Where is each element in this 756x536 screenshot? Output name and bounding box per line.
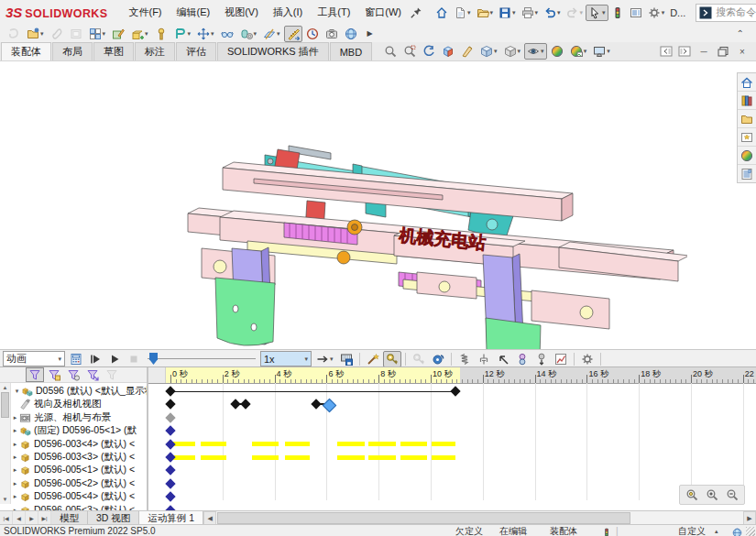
insert-component[interactable]: ▾	[128, 26, 151, 42]
zoom-to-fit[interactable]	[381, 43, 400, 60]
zoom-timeline-in[interactable]	[703, 487, 721, 503]
autokey[interactable]	[383, 351, 401, 367]
timeline-position-slider[interactable]	[148, 352, 256, 366]
zoom-to-area[interactable]	[400, 43, 419, 60]
rebuild-button[interactable]	[608, 5, 627, 21]
scroll-right-icon[interactable]: ▶	[743, 511, 756, 525]
add-update-key[interactable]	[410, 351, 428, 367]
chevron-down-icon[interactable]: ▾	[557, 9, 561, 16]
scroll-up-icon[interactable]: ▲	[0, 383, 10, 392]
playback-mode[interactable]: ▾	[313, 351, 336, 367]
change-bar[interactable]	[432, 455, 455, 460]
play[interactable]	[105, 351, 124, 367]
results-and-plots[interactable]	[552, 351, 570, 367]
chevron-down-icon[interactable]: ▾	[494, 48, 498, 55]
motion-tree-row[interactable]: 视向及相机视图	[11, 398, 147, 410]
take-snapshot[interactable]	[323, 26, 341, 42]
move-component[interactable]: ▾	[194, 26, 217, 42]
show-hidden-components[interactable]	[218, 26, 236, 42]
next-tab-icon[interactable]: ▶	[26, 511, 38, 525]
chevron-down-icon[interactable]: ▾	[467, 9, 471, 16]
contact[interactable]	[513, 351, 531, 367]
key-point[interactable]	[165, 439, 175, 449]
chevron-down-icon[interactable]: ▾	[490, 9, 494, 16]
chevron-down-icon[interactable]: ▾	[512, 9, 516, 16]
change-bar[interactable]	[285, 442, 310, 446]
home-button[interactable]	[433, 5, 451, 21]
key-point[interactable]	[311, 399, 321, 410]
preview-window[interactable]	[67, 26, 85, 42]
view-palette[interactable]	[738, 128, 756, 147]
menu-item[interactable]: 文件(F)	[121, 3, 169, 22]
expander-icon[interactable]: ▾	[13, 388, 21, 395]
slider-thumb[interactable]	[149, 353, 158, 365]
filter-none[interactable]	[26, 367, 44, 382]
doc-tab-运动算例 1[interactable]: 运动算例 1	[139, 511, 203, 525]
prev-tab-icon[interactable]: ◀	[13, 511, 26, 525]
key-point[interactable]	[165, 478, 175, 488]
key-point[interactable]	[165, 465, 175, 476]
pin-icon[interactable]	[410, 6, 422, 19]
chevron-down-icon[interactable]: ▾	[607, 48, 610, 55]
spring[interactable]	[455, 351, 474, 367]
calculate[interactable]	[67, 351, 85, 367]
key-point[interactable]	[230, 399, 240, 410]
hide-show-items[interactable]: ▾	[524, 43, 547, 60]
open-recent[interactable]: ▾	[24, 26, 47, 42]
change-bar[interactable]	[201, 442, 226, 446]
menu-item[interactable]: 插入(I)	[266, 3, 310, 22]
new-motion-study[interactable]	[303, 26, 322, 42]
motion-tree-row[interactable]: ▸(固定) D0596-05<1> (默	[11, 424, 147, 437]
appearances-scenes[interactable]	[738, 147, 756, 165]
animation-wizard[interactable]	[364, 351, 382, 367]
select-button[interactable]: ▾	[586, 5, 608, 21]
key-point[interactable]	[241, 399, 251, 410]
expander-icon[interactable]: ▸	[11, 427, 19, 434]
force[interactable]	[494, 351, 512, 367]
change-bar[interactable]	[285, 455, 310, 460]
graphics-viewport[interactable]: 机械充电站	[0, 60, 756, 350]
view-settings[interactable]: ▾	[590, 43, 613, 60]
motion-tree-row[interactable]: ▸光源、相机与布景	[11, 411, 147, 424]
save-button[interactable]: ▾	[496, 5, 519, 21]
options-button[interactable]: ▾	[645, 5, 668, 21]
zoom-timeline-fit[interactable]	[683, 487, 701, 503]
scroll-down-icon[interactable]: ▼	[0, 495, 10, 504]
file-explorer[interactable]	[738, 110, 756, 128]
key-point[interactable]	[165, 386, 175, 396]
chevron-down-icon[interactable]: ▾	[662, 9, 665, 16]
change-bar[interactable]	[337, 455, 365, 460]
menu-item[interactable]: 视图(V)	[217, 3, 266, 22]
change-bar[interactable]	[252, 442, 278, 446]
key-point[interactable]	[450, 386, 460, 396]
collapsed-commands[interactable]: D...	[670, 7, 685, 18]
tab-标注[interactable]: 标注	[135, 42, 175, 60]
tab-布局[interactable]: 布局	[52, 42, 93, 60]
restore-document[interactable]	[714, 43, 732, 60]
chevron-down-icon[interactable]: ▾	[580, 9, 584, 16]
scroll-left-icon[interactable]: ◀	[203, 511, 216, 525]
motion-tree-row[interactable]: ▸D0596-003<3> (默认) <	[11, 451, 147, 464]
key-point[interactable]	[165, 399, 175, 410]
mate[interactable]: ▾	[171, 26, 194, 42]
motion-tree-row[interactable]: ▸D0596-005<4> (默认) <	[11, 490, 147, 503]
motion-tree-row[interactable]: ▸D0596-003<4> (默认) <	[11, 438, 147, 451]
change-bar[interactable]	[432, 442, 455, 446]
change-bar[interactable]	[337, 442, 365, 446]
timeline-pane[interactable]: 0 秒2 秒4 秒6 秒8 秒10 秒12 秒14 秒16 秒18 秒20 秒2…	[148, 367, 756, 511]
reference-geometry[interactable]: ▾	[260, 26, 283, 42]
close-document[interactable]: ×	[732, 45, 752, 59]
menu-item[interactable]: 编辑(E)	[170, 3, 218, 22]
new-document-button[interactable]: ▾	[451, 5, 474, 21]
redo-button[interactable]: ▾	[564, 5, 586, 21]
change-bar[interactable]	[368, 455, 396, 460]
motion-tree-row[interactable]: ▸D0596-005<1> (默认) <	[11, 464, 147, 476]
tab-评估[interactable]: 评估	[176, 42, 216, 60]
edit-appearance[interactable]	[548, 43, 566, 60]
key-point[interactable]	[165, 452, 175, 462]
design-binder[interactable]	[5, 26, 23, 42]
instant3d[interactable]	[284, 26, 302, 42]
filter-driving[interactable]	[64, 367, 82, 382]
expander-icon[interactable]: ▸	[11, 466, 19, 474]
expander-icon[interactable]: ▸	[11, 493, 19, 500]
